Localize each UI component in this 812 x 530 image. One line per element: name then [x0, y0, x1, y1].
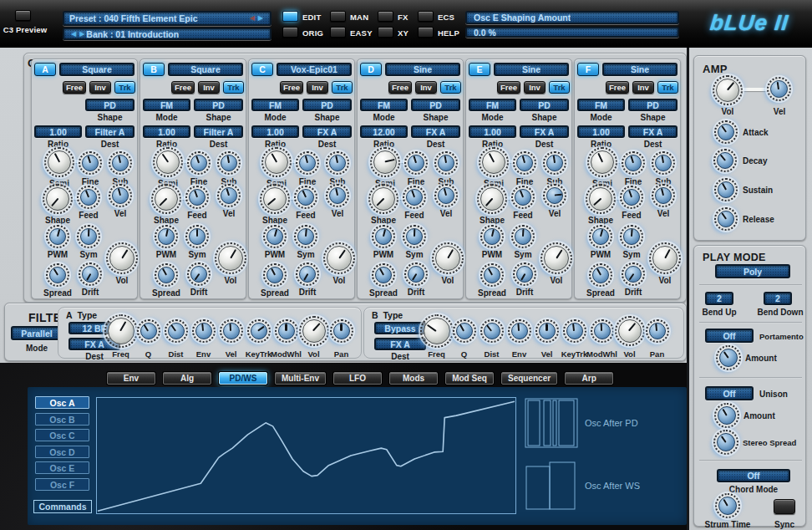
filter-b-q-knob[interactable] [453, 319, 476, 343]
osc-id-button[interactable]: B [143, 63, 165, 76]
osc-inv-button[interactable]: Inv [307, 81, 328, 94]
osc-select-osc-d[interactable]: Osc D [35, 446, 89, 458]
osc-ratio-display[interactable]: 12.00 [360, 125, 408, 138]
osc-drift-knob[interactable] [79, 262, 102, 286]
osc-vel-knob[interactable] [217, 184, 241, 207]
osc-trk-button[interactable]: Trk [223, 81, 244, 94]
osc-pwm-knob[interactable] [589, 225, 612, 248]
osc-sym-knob[interactable] [620, 225, 643, 248]
filter-a-vel-knob[interactable] [220, 319, 243, 343]
bank-prev-icon[interactable]: ◀ [71, 31, 76, 38]
man-button[interactable] [330, 11, 346, 22]
osc-trk-button[interactable]: Trk [332, 81, 353, 94]
osc-wave-display[interactable]: Square [168, 63, 243, 76]
osc-drift-knob[interactable] [622, 262, 645, 286]
filter-a-pan-knob[interactable] [330, 319, 353, 343]
osc-free-button[interactable]: Free [388, 81, 412, 94]
osc-fine-knob[interactable] [622, 151, 645, 175]
osc-sub-knob[interactable] [434, 151, 458, 175]
osc-trk-button[interactable]: Trk [114, 81, 135, 94]
osc-shape-display[interactable]: PD [411, 99, 460, 111]
filter-b-pan-knob[interactable] [646, 319, 669, 343]
osc-dest-display[interactable]: Filter A [194, 125, 243, 138]
filter-a-dist-knob[interactable] [165, 319, 188, 343]
osc-ratio-display[interactable]: 1.00 [469, 125, 516, 138]
tab-sequencer[interactable]: Sequencer [501, 372, 557, 385]
tab-pd-ws[interactable]: PD/WS [219, 372, 267, 385]
osc-pwm-knob[interactable] [46, 225, 69, 248]
tab-alg[interactable]: Alg [163, 372, 211, 385]
c3-preview-button[interactable] [15, 10, 31, 21]
osc-inv-button[interactable]: Inv [415, 81, 437, 94]
osc-feed-knob[interactable] [511, 186, 535, 209]
filter-b-env-knob[interactable] [508, 319, 531, 343]
osc-feed-knob[interactable] [620, 186, 643, 209]
osc-select-osc-b[interactable]: Osc B [35, 413, 89, 426]
osc-spread-knob[interactable] [589, 263, 612, 287]
tab-lfo[interactable]: LFO [333, 372, 382, 385]
bank-next-icon[interactable]: ▶ [79, 31, 84, 38]
osc-sub-knob[interactable] [109, 151, 132, 175]
osc-fine-knob[interactable] [296, 151, 319, 175]
osc-mode-display[interactable]: FM [143, 99, 190, 111]
phase-distortion-wave-editor[interactable] [96, 397, 516, 514]
osc-feed-knob[interactable] [294, 186, 317, 209]
osc-semi-knob[interactable] [479, 147, 509, 177]
easy-button[interactable] [330, 27, 346, 38]
ecs-button[interactable] [418, 11, 434, 22]
osc-spread-knob[interactable] [46, 263, 69, 287]
osc-shape-display[interactable]: PD [628, 99, 678, 111]
osc-inv-button[interactable]: Inv [198, 81, 220, 94]
tab-env[interactable]: Env [107, 372, 155, 385]
osc-shape-knob[interactable] [260, 184, 290, 214]
osc-sub-knob[interactable] [543, 151, 566, 175]
portamento-amount-knob[interactable] [716, 345, 741, 370]
osc-dest-display[interactable]: FX A [520, 125, 569, 138]
filter-b-modwhl-knob[interactable] [591, 319, 614, 343]
filter-a-modwhl-knob[interactable] [275, 319, 298, 343]
osc-vol-knob[interactable] [649, 242, 681, 274]
osc-shape-knob[interactable] [368, 184, 398, 214]
osc-wave-display[interactable]: Vox-Epic01 [277, 63, 352, 76]
osc-free-button[interactable]: Free [63, 81, 86, 94]
preset-display[interactable]: Preset : 040 Fifth Element Epic ◀ ▶ [63, 11, 272, 26]
osc-vel-knob[interactable] [543, 184, 566, 207]
filter-dest-display[interactable]: FX A [374, 338, 426, 350]
osc-vel-knob[interactable] [326, 184, 349, 207]
filter-a-freq-knob[interactable] [104, 314, 138, 348]
edit-button[interactable] [282, 11, 298, 22]
osc-vel-knob[interactable] [434, 184, 458, 207]
osc-fine-knob[interactable] [79, 151, 102, 175]
filter-b-vel-knob[interactable] [535, 319, 559, 343]
osc-shape-knob[interactable] [43, 184, 73, 214]
osc-ratio-display[interactable]: 1.00 [577, 125, 625, 138]
tab-mods[interactable]: Mods [389, 372, 438, 385]
osc-ratio-display[interactable]: 1.00 [143, 125, 190, 138]
osc-pwm-knob[interactable] [263, 225, 287, 248]
filter-mode-display[interactable]: Parallel [11, 326, 63, 340]
filter-b-keytrk-knob[interactable] [563, 319, 586, 343]
osc-free-button[interactable]: Free [606, 81, 629, 94]
osc-free-button[interactable]: Free [171, 81, 195, 94]
osc-sym-knob[interactable] [403, 225, 426, 248]
tab-mod-seq[interactable]: Mod Seq [445, 372, 494, 385]
osc-feed-knob[interactable] [77, 186, 100, 209]
osc-pwm-knob[interactable] [372, 225, 395, 248]
preset-prev-icon[interactable]: ◀ [250, 15, 255, 22]
orig-button[interactable] [282, 27, 298, 38]
osc-wave-display[interactable]: Sine [602, 63, 678, 76]
osc-mode-display[interactable]: FM [360, 99, 408, 111]
amp-vel-knob[interactable] [767, 77, 791, 101]
amp-sustain-knob[interactable] [714, 178, 738, 201]
osc-sub-knob[interactable] [217, 151, 241, 175]
osc-drift-knob[interactable] [296, 262, 319, 286]
xy-button[interactable] [378, 27, 393, 38]
osc-dest-display[interactable]: FX A [628, 125, 678, 138]
osc-vol-knob[interactable] [540, 242, 572, 274]
tab-arp[interactable]: Arp [565, 372, 613, 385]
osc-sym-knob[interactable] [511, 225, 535, 248]
osc-shape-knob[interactable] [477, 184, 507, 214]
osc-feed-knob[interactable] [185, 186, 209, 209]
unison-amount-knob[interactable] [714, 403, 739, 428]
osc-feed-knob[interactable] [403, 186, 426, 209]
